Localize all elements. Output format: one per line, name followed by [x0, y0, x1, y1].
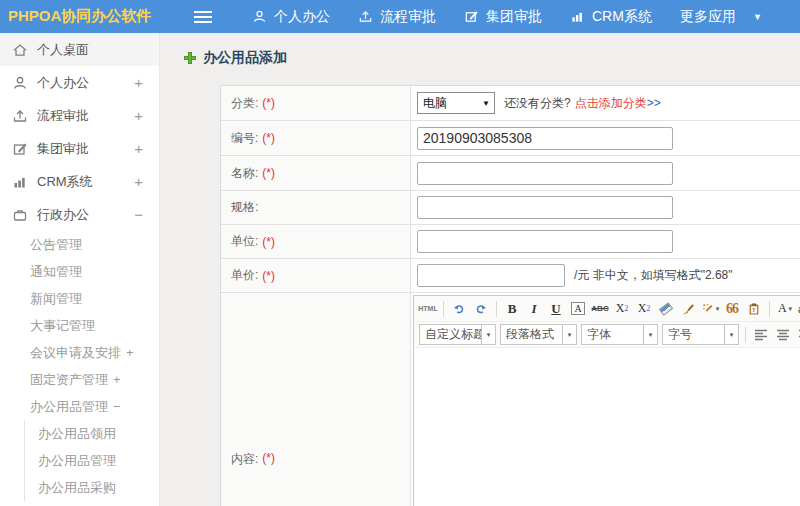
expand-toggle[interactable]: −	[113, 399, 121, 414]
nav-label: 流程审批	[380, 8, 436, 26]
sidebar-item-memorabilia-mgmt[interactable]: 大事记管理	[0, 312, 159, 339]
remove-format-button[interactable]	[656, 299, 676, 319]
required-mark: (*)	[262, 451, 275, 465]
expand-toggle[interactable]: +	[126, 345, 134, 360]
caret-down-icon: ▾	[481, 325, 495, 344]
source-code-button[interactable]: HTML	[418, 299, 438, 319]
unit-input[interactable]	[417, 230, 673, 253]
nav-item-personal-office[interactable]: 个人办公	[252, 8, 330, 26]
nav-label: 集团审批	[486, 8, 542, 26]
sidebar-item-group-approval[interactable]: 集团审批 +	[0, 132, 159, 165]
sidebar-item-label: 通知管理	[30, 263, 82, 281]
sidebar-item-supplies-purchase[interactable]: 办公用品采购	[25, 474, 159, 501]
sidebar-item-label: 会议申请及安排	[30, 344, 121, 362]
sidebar-item-meeting-request[interactable]: 会议申请及安排+	[0, 339, 159, 366]
name-input[interactable]	[417, 162, 673, 185]
sidebar-item-office-supplies-mgmt[interactable]: 办公用品管理−	[0, 393, 159, 420]
sidebar-submenu-office-supplies: 办公用品领用 办公用品管理 办公用品采购	[24, 420, 159, 501]
sidebar-item-label: 行政办公	[37, 206, 89, 224]
auto-typeset-button[interactable]: ▾	[700, 299, 720, 319]
brush-icon	[681, 302, 695, 316]
sidebar-item-label: 新闻管理	[30, 290, 82, 308]
subscript-button[interactable]: X2	[634, 299, 654, 319]
sidebar-item-label: 流程审批	[37, 107, 89, 125]
sidebar-item-personal-desktop[interactable]: 个人桌面	[0, 33, 159, 66]
sidebar-item-notice-mgmt[interactable]: 通知管理	[0, 258, 159, 285]
bar-chart-icon	[570, 9, 585, 24]
form-row-code: 编号:(*)	[221, 121, 800, 156]
expand-toggle[interactable]: +	[134, 140, 143, 157]
price-input[interactable]	[417, 264, 565, 287]
align-right-button[interactable]	[795, 325, 800, 345]
strikethrough-button[interactable]: ABC	[590, 299, 610, 319]
spec-input[interactable]	[417, 196, 673, 219]
expand-toggle[interactable]: −	[134, 206, 143, 223]
sidebar-item-supplies-management[interactable]: 办公用品管理	[25, 447, 159, 474]
expand-toggle[interactable]: +	[134, 107, 143, 124]
font-size-select[interactable]: 字号▾	[662, 324, 739, 345]
sidebar-item-announcement-mgmt[interactable]: 公告管理	[0, 231, 159, 258]
superscript-button[interactable]: X2	[612, 299, 632, 319]
sidebar-item-fixed-assets-mgmt[interactable]: 固定资产管理+	[0, 366, 159, 393]
required-mark: (*)	[262, 235, 275, 249]
sidebar-item-admin-office[interactable]: 行政办公 −	[0, 198, 159, 231]
sidebar-item-personal-office[interactable]: 个人办公 +	[0, 66, 159, 99]
field-label: 单价:(*)	[221, 259, 411, 292]
caret-down-icon: ▾	[716, 305, 720, 313]
expand-toggle[interactable]: +	[134, 74, 143, 91]
user-icon	[252, 9, 267, 24]
sidebar: 个人桌面 个人办公 + 流程审批 + 集团审批 + CRM系统 + 行政办公 −	[0, 33, 160, 506]
paste-as-text-button[interactable]: T	[744, 299, 764, 319]
nav-item-group-approval[interactable]: 集团审批	[464, 8, 542, 26]
sidebar-item-supplies-requisition[interactable]: 办公用品领用	[25, 420, 159, 447]
field-label: 编号:(*)	[221, 121, 411, 155]
rich-text-editor: HTML B I U A ABC X2 X2	[413, 295, 800, 506]
expand-toggle[interactable]: +	[113, 372, 121, 387]
editor-body[interactable]	[414, 348, 800, 506]
required-mark: (*)	[262, 269, 275, 283]
eraser-icon	[659, 302, 673, 316]
blockquote-button[interactable]: 66	[722, 299, 742, 319]
clipboard-icon: T	[747, 302, 761, 316]
paragraph-format-select[interactable]: 段落格式▾	[500, 324, 577, 345]
sidebar-item-workflow-approval[interactable]: 流程审批 +	[0, 99, 159, 132]
sidebar-item-label: 固定资产管理	[30, 371, 108, 389]
field-label: 内容:(*)	[221, 293, 411, 506]
custom-title-select[interactable]: 自定义标题▾	[419, 324, 496, 345]
link-arrows: >>	[647, 96, 661, 110]
add-category-link[interactable]: 点击添加分类>>	[575, 95, 661, 112]
home-icon	[12, 42, 28, 58]
sidebar-item-crm[interactable]: CRM系统 +	[0, 165, 159, 198]
nav-item-more-apps[interactable]: 更多应用 ▼	[680, 8, 762, 26]
form-row-content: 内容:(*) HTML B I U	[221, 293, 800, 506]
nav-item-crm[interactable]: CRM系统	[570, 8, 652, 26]
underline-button[interactable]: U	[546, 299, 566, 319]
align-left-button[interactable]	[751, 325, 771, 345]
sidebar-item-news-mgmt[interactable]: 新闻管理	[0, 285, 159, 312]
caret-down-icon: ▼	[753, 12, 762, 22]
font-family-select[interactable]: 字体▾	[581, 324, 658, 345]
sidebar-item-label: 办公用品管理	[38, 452, 116, 470]
nav-label: CRM系统	[592, 8, 652, 26]
code-input[interactable]	[417, 127, 673, 150]
format-painter-button[interactable]	[678, 299, 698, 319]
font-color-button[interactable]: A▾	[775, 299, 795, 319]
sidebar-item-label: 个人桌面	[37, 41, 89, 59]
hamburger-icon[interactable]	[194, 11, 212, 23]
upload-icon	[358, 9, 373, 24]
align-center-button[interactable]	[773, 325, 793, 345]
char-border-button[interactable]: A	[568, 299, 588, 319]
category-select[interactable]: 电脑 ▼	[417, 92, 495, 114]
redo-button[interactable]	[471, 299, 491, 319]
form-row-unit: 单位:(*)	[221, 225, 800, 259]
bold-button[interactable]: B	[502, 299, 522, 319]
toolbar-separator	[496, 301, 497, 317]
undo-button[interactable]	[449, 299, 469, 319]
sidebar-item-label: 集团审批	[37, 140, 89, 158]
add-supply-form: 分类:(*) 电脑 ▼ 还没有分类? 点击添加分类>> 编号:(*)	[220, 85, 800, 506]
expand-toggle[interactable]: +	[134, 173, 143, 190]
nav-item-workflow-approval[interactable]: 流程审批	[358, 8, 436, 26]
caret-down-icon: ▾	[724, 325, 738, 344]
italic-button[interactable]: I	[524, 299, 544, 319]
app-logo: PHPOA协同办公软件	[0, 7, 180, 26]
